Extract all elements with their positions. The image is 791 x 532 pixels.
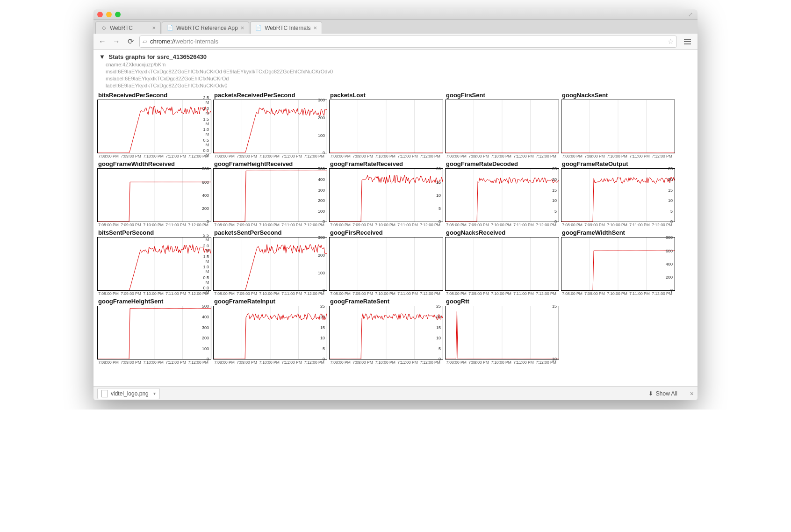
- chart-googFirsReceived: googFirsReceived 7:08:00 PM7:09:00 PM7:1…: [329, 229, 445, 296]
- x-axis-labels: 7:08:00 PM7:09:00 PM7:10:00 PM7:11:00 PM…: [445, 360, 561, 365]
- traffic-light-zoom[interactable]: [115, 12, 121, 17]
- x-axis-labels: 7:08:00 PM7:09:00 PM7:10:00 PM7:11:00 PM…: [329, 360, 445, 365]
- bookmark-star-icon[interactable]: ☆: [668, 37, 674, 46]
- chrome-menu-button[interactable]: [681, 36, 694, 48]
- x-axis-labels: 7:08:00 PM7:09:00 PM7:10:00 PM7:11:00 PM…: [213, 154, 329, 158]
- favicon-icon: 📄: [167, 25, 173, 31]
- chart-googFrameHeightSent: googFrameHeightSent 5004003002001000 7:0…: [97, 298, 213, 365]
- chart-title: googFrameHeightSent: [98, 298, 213, 305]
- chart-googFrameHeightReceived: googFrameHeightReceived 5004003002001000…: [213, 160, 329, 227]
- show-all-downloads[interactable]: ⬇ Show All: [643, 388, 683, 399]
- maximize-icon[interactable]: ⤢: [688, 11, 693, 18]
- chart-packetsReceivedPerSecond: packetsReceivedPerSecond 3002001000 7:08…: [213, 92, 329, 158]
- chart-googFrameRateSent: googFrameRateSent 2520151050 7:08:00 PM7…: [329, 298, 445, 365]
- favicon-icon: 📄: [255, 25, 262, 31]
- x-axis-labels: 7:08:00 PM7:09:00 PM7:10:00 PM7:11:00 PM…: [561, 223, 676, 227]
- close-icon[interactable]: ×: [313, 24, 317, 31]
- tab-title: WebRTC Reference App: [176, 25, 238, 31]
- browser-tab[interactable]: 📄 WebRTC Internals ×: [250, 22, 322, 34]
- meta-line: label:6E9IaEYkyxIkTCxDgc82ZGoEhICfxNuCKr…: [106, 82, 694, 89]
- chart-plot: 2520151050: [213, 306, 327, 359]
- chart-plot: 5004003002001000: [213, 168, 327, 222]
- chart-title: googNacksSent: [562, 92, 676, 99]
- file-icon: [101, 390, 108, 397]
- chart-googFrameRateDecoded: googFrameRateDecoded 2520151050 7:08:00 …: [445, 160, 561, 227]
- chart-plot: 2.5 M2.0 M1.5 M1.0 M0.5 M0.0 M: [97, 100, 211, 153]
- downloads-bar: vidtel_logo.png ▾ ⬇ Show All ×: [93, 386, 698, 400]
- tab-title: WebRTC Internals: [265, 25, 310, 31]
- tab-title: WebRTC: [110, 25, 133, 31]
- close-icon[interactable]: ×: [241, 24, 244, 31]
- chart-packetsSentPerSecond: packetsSentPerSecond 3002001000 7:08:00 …: [213, 229, 329, 296]
- stats-title: Stats graphs for ssrc_4136526430: [109, 53, 207, 60]
- chart-plot: 2520151050: [561, 168, 675, 222]
- download-item[interactable]: vidtel_logo.png ▾: [97, 388, 160, 399]
- chart-bitsSentPerSecond: bitsSentPerSecond 2.5 M2.0 M1.5 M1.0 M0.…: [97, 229, 213, 296]
- chart-googFrameRateReceived: googFrameRateReceived 20151050 7:08:00 P…: [329, 160, 445, 227]
- chart-plot: 20151050: [329, 168, 443, 222]
- tab-strip: ◇ WebRTC ×📄 WebRTC Reference App ×📄 WebR…: [93, 20, 698, 34]
- omnibox[interactable]: ▱ chrome://webrtc-internals ☆: [139, 36, 677, 48]
- x-axis-labels: 7:08:00 PM7:09:00 PM7:10:00 PM7:11:00 PM…: [97, 360, 213, 365]
- back-button[interactable]: ←: [97, 36, 108, 47]
- page-content: ▼ Stats graphs for ssrc_4136526430 cname…: [93, 50, 698, 386]
- chart-title: googFrameRateInput: [214, 298, 329, 305]
- chart-title: googFirsReceived: [330, 229, 445, 236]
- x-axis-labels: 7:08:00 PM7:09:00 PM7:10:00 PM7:11:00 PM…: [329, 223, 445, 227]
- chart-title: googFrameHeightReceived: [214, 160, 329, 167]
- meta-line: mslabel:6E9IaEYkyxIkTCxDgc82ZGoEhICfxNuC…: [106, 75, 694, 82]
- disclosure-triangle-icon[interactable]: ▼: [99, 53, 105, 60]
- x-axis-labels: 7:08:00 PM7:09:00 PM7:10:00 PM7:11:00 PM…: [329, 154, 445, 158]
- meta-line: msid:6E9IaEYkyxIkTCxDgc82ZGoEhICfxNuCKrO…: [106, 68, 694, 75]
- chart-plot: 2520151050: [329, 306, 443, 359]
- chart-googNacksSent: googNacksSent 7:08:00 PM7:09:00 PM7:10:0…: [561, 92, 676, 158]
- favicon-icon: ◇: [101, 25, 107, 31]
- chart-googFrameRateOutput: googFrameRateOutput 2520151050 7:08:00 P…: [561, 160, 676, 227]
- close-icon[interactable]: ×: [152, 24, 156, 31]
- chart-packetsLost: packetsLost 7:08:00 PM7:09:00 PM7:10:00 …: [329, 92, 445, 158]
- chart-title: googFrameRateReceived: [330, 160, 445, 167]
- chart-plot: 1510: [445, 306, 559, 359]
- stats-meta: cname:4ZXkrucxjuzp/bKmmsid:6E9IaEYkyxIkT…: [106, 61, 694, 89]
- chart-plot: [445, 237, 559, 291]
- browser-window: ⤢ ◇ WebRTC ×📄 WebRTC Reference App ×📄 We…: [93, 9, 698, 400]
- x-axis-labels: 7:08:00 PM7:09:00 PM7:10:00 PM7:11:00 PM…: [445, 223, 561, 227]
- traffic-light-minimize[interactable]: [106, 12, 112, 17]
- chart-plot: 3002001000: [213, 237, 327, 291]
- x-axis-labels: 7:08:00 PM7:09:00 PM7:10:00 PM7:11:00 PM…: [97, 154, 213, 158]
- chart-googFrameWidthReceived: googFrameWidthReceived 8006004002000 7:0…: [97, 160, 213, 227]
- x-axis-labels: 7:08:00 PM7:09:00 PM7:10:00 PM7:11:00 PM…: [561, 291, 676, 296]
- x-axis-labels: 7:08:00 PM7:09:00 PM7:10:00 PM7:11:00 PM…: [213, 360, 329, 365]
- chart-title: googFrameRateDecoded: [446, 160, 561, 167]
- chart-plot: 8006004002000: [561, 237, 675, 291]
- chart-title: packetsReceivedPerSecond: [214, 92, 329, 99]
- forward-button[interactable]: →: [111, 36, 122, 47]
- download-arrow-icon: ⬇: [648, 390, 653, 397]
- chart-googRtt: googRtt 1510 7:08:00 PM7:09:00 PM7:10:00…: [445, 298, 561, 365]
- chart-plot: 8006004002000: [97, 168, 211, 222]
- url-protocol: chrome://: [150, 38, 175, 45]
- chart-plot: 5004003002001000: [97, 306, 211, 359]
- chart-plot: [329, 237, 443, 291]
- chart-plot: [329, 100, 443, 153]
- chart-plot: [445, 100, 559, 153]
- chart-title: bitsSentPerSecond: [98, 229, 213, 236]
- chevron-down-icon[interactable]: ▾: [153, 391, 156, 396]
- chart-googNacksReceived: googNacksReceived 7:08:00 PM7:09:00 PM7:…: [445, 229, 561, 296]
- traffic-light-close[interactable]: [97, 12, 103, 17]
- downloads-bar-close[interactable]: ×: [690, 390, 694, 397]
- meta-line: cname:4ZXkrucxjuzp/bKm: [106, 61, 694, 68]
- x-axis-labels: 7:08:00 PM7:09:00 PM7:10:00 PM7:11:00 PM…: [213, 291, 329, 296]
- chart-plot: 2.5 M2.0 M1.5 M1.0 M0.5 M0.0 M: [97, 237, 211, 291]
- browser-tab[interactable]: ◇ WebRTC ×: [95, 22, 161, 34]
- chart-googFirsSent: googFirsSent 7:08:00 PM7:09:00 PM7:10:00…: [445, 92, 561, 158]
- chart-plot: [561, 100, 675, 153]
- reload-button[interactable]: ⟳: [125, 36, 136, 47]
- chart-title: googNacksReceived: [446, 229, 561, 236]
- stats-header[interactable]: ▼ Stats graphs for ssrc_4136526430: [99, 53, 694, 60]
- x-axis-labels: 7:08:00 PM7:09:00 PM7:10:00 PM7:11:00 PM…: [329, 291, 445, 296]
- chart-googFrameWidthSent: googFrameWidthSent 8006004002000 7:08:00…: [561, 229, 676, 296]
- chart-title: bitsReceivedPerSecond: [98, 92, 213, 99]
- browser-tab[interactable]: 📄 WebRTC Reference App ×: [162, 22, 249, 34]
- download-filename: vidtel_logo.png: [111, 390, 149, 397]
